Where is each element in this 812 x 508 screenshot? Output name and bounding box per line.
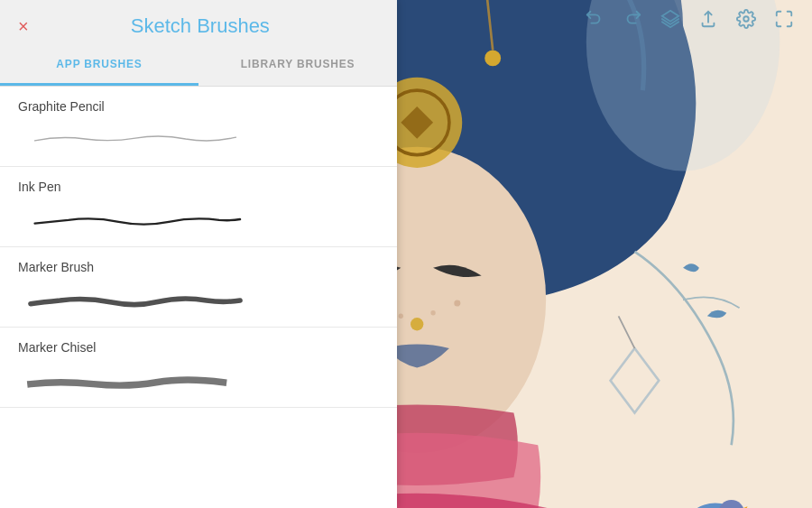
brush-preview-inkpen — [18, 201, 253, 237]
svg-point-28 — [484, 50, 501, 66]
layers-button[interactable] — [660, 9, 680, 33]
svg-point-10 — [399, 314, 403, 319]
brush-item-inkpen[interactable]: Ink Pen — [0, 167, 397, 247]
share-button[interactable] — [698, 9, 718, 33]
brush-preview-graphite — [18, 121, 253, 157]
close-button[interactable]: × — [18, 17, 29, 35]
brush-item-chisel[interactable]: Marker Chisel — [0, 328, 397, 408]
settings-button[interactable] — [736, 9, 756, 33]
redo-button[interactable] — [623, 9, 642, 33]
brush-preview-marker — [18, 282, 253, 318]
brush-name-chisel: Marker Chisel — [18, 340, 379, 355]
tab-app-brushes[interactable]: APP BRUSHES — [0, 45, 198, 86]
panel-header: × Sketch Brushes — [0, 0, 397, 45]
undo-button[interactable] — [585, 9, 604, 33]
fullscreen-button[interactable] — [774, 9, 794, 33]
svg-point-43 — [743, 16, 749, 22]
tab-library-brushes[interactable]: LIBRARY BRUSHES — [198, 45, 397, 86]
brush-list: Graphite Pencil Ink Pen Marker Brush — [0, 87, 397, 508]
brush-preview-chisel — [18, 362, 253, 398]
svg-point-12 — [411, 318, 423, 330]
tabs-bar: APP BRUSHES LIBRARY BRUSHES — [0, 45, 397, 87]
brush-item-graphite[interactable]: Graphite Pencil — [0, 87, 397, 167]
panel-title: Sketch Brushes — [40, 14, 379, 38]
top-toolbar — [585, 9, 794, 33]
svg-point-9 — [454, 300, 460, 306]
brush-panel: × Sketch Brushes APP BRUSHES LIBRARY BRU… — [0, 0, 397, 508]
brush-name-graphite: Graphite Pencil — [18, 99, 379, 114]
brush-name-marker: Marker Brush — [18, 260, 379, 274]
brush-item-marker[interactable]: Marker Brush — [0, 247, 397, 328]
brush-name-inkpen: Ink Pen — [18, 180, 379, 194]
svg-point-11 — [430, 310, 435, 315]
